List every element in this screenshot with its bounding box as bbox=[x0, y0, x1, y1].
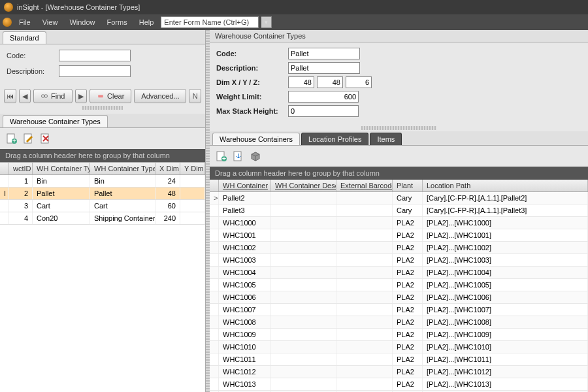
find-label: Find bbox=[51, 92, 65, 100]
d-dimy-input[interactable] bbox=[317, 76, 343, 88]
svg-text:+: + bbox=[222, 154, 226, 162]
advanced-button[interactable]: Advanced... bbox=[134, 89, 186, 103]
table-row[interactable]: 4Con20Shipping Container20'240 bbox=[0, 212, 205, 225]
titlebar: inSight - [Warehouse Container Types] bbox=[0, 0, 588, 14]
app-menu-icon[interactable] bbox=[3, 18, 12, 27]
table-row[interactable]: WHC1003PLA2[PLA2]...[WHC1003] bbox=[210, 254, 588, 267]
svg-point-0 bbox=[42, 95, 45, 98]
splitter-horizontal[interactable] bbox=[82, 106, 123, 110]
rcol-loc[interactable]: Location Path bbox=[423, 180, 588, 191]
d-dimx-input[interactable] bbox=[288, 76, 314, 88]
splitter-mid[interactable] bbox=[361, 126, 437, 130]
menu-file[interactable]: File bbox=[14, 16, 35, 28]
rcol-plant[interactable]: Plant bbox=[393, 180, 423, 191]
left-panel: Standard Code: Description: ⏮ ◀ Find ▶ C… bbox=[0, 30, 206, 392]
table-row[interactable]: WHC1004PLA2[PLA2]...[WHC1004] bbox=[210, 267, 588, 279]
group-by-bar-right[interactable]: Drag a column header here to group by th… bbox=[210, 167, 588, 180]
types-grid: wctID WH Container Type WH Container Typ… bbox=[0, 162, 205, 392]
form-search-placeholder: Enter Form Name (Ctrl+G) bbox=[164, 18, 249, 26]
d-code-label: Code: bbox=[216, 50, 288, 57]
table-row[interactable]: Pallet3Cary[Cary].[C-FP-R].[A.1.1].[Pall… bbox=[210, 204, 588, 217]
desc-input[interactable] bbox=[59, 65, 131, 77]
svg-point-1 bbox=[44, 95, 48, 98]
d-stack-label: Max Stack Height: bbox=[216, 107, 288, 115]
svg-rect-2 bbox=[98, 95, 103, 98]
window-title: inSight - [Warehouse Container Types] bbox=[17, 3, 140, 11]
d-stack-input[interactable] bbox=[288, 105, 359, 117]
d-desc-input[interactable] bbox=[288, 62, 360, 74]
import-icon[interactable] bbox=[232, 150, 245, 163]
table-row[interactable]: WHC1005PLA2[PLA2]...[WHC1005] bbox=[210, 279, 588, 291]
table-row[interactable]: WHC1013PLA2[PLA2]...[WHC1013] bbox=[210, 378, 588, 391]
eraser-icon bbox=[97, 92, 105, 100]
col-xdim[interactable]: X Dim bbox=[155, 163, 180, 174]
table-row[interactable]: WHC1007PLA2[PLA2]...[WHC1007] bbox=[210, 304, 588, 316]
clear-label: Clear bbox=[107, 92, 124, 100]
d-dim-label: Dim X / Y / Z: bbox=[216, 78, 288, 86]
table-row[interactable]: WHC1008PLA2[PLA2]...[WHC1008] bbox=[210, 316, 588, 329]
tab-warehouse-containers[interactable]: Warehouse Containers bbox=[212, 133, 300, 145]
d-dimz-input[interactable] bbox=[346, 76, 372, 88]
table-row[interactable]: WHC1006PLA2[PLA2]...[WHC1006] bbox=[210, 291, 588, 304]
group-by-bar-left[interactable]: Drag a column header here to group by th… bbox=[0, 149, 205, 162]
nav-more-button[interactable]: N bbox=[189, 89, 201, 103]
app-icon bbox=[4, 3, 13, 12]
new-record-icon[interactable]: + bbox=[5, 132, 18, 145]
desc-label: Description: bbox=[7, 67, 59, 75]
menu-forms[interactable]: Forms bbox=[103, 16, 132, 28]
menubar: File View Window Forms Help Enter Form N… bbox=[0, 14, 588, 30]
tab-container-types[interactable]: Warehouse Container Types bbox=[3, 115, 108, 127]
advanced-label: Advanced... bbox=[141, 92, 179, 100]
rcol-desc[interactable]: WH Container Desc bbox=[271, 180, 336, 191]
package-icon[interactable] bbox=[249, 150, 262, 163]
d-desc-label: Description: bbox=[216, 64, 288, 72]
delete-record-icon[interactable] bbox=[39, 132, 52, 145]
code-input[interactable] bbox=[59, 50, 131, 61]
table-row[interactable]: I2PalletPallet48 bbox=[0, 188, 205, 200]
col-wctid[interactable]: wctID bbox=[9, 163, 33, 174]
table-row[interactable]: WHC1000PLA2[PLA2]...[WHC1000] bbox=[210, 217, 588, 229]
table-row[interactable]: 3CartCart60 bbox=[0, 200, 205, 212]
table-row[interactable]: WHC1009PLA2[PLA2]...[WHC1009] bbox=[210, 329, 588, 341]
svg-rect-8 bbox=[41, 134, 48, 143]
binoculars-icon bbox=[41, 92, 48, 100]
nav-prev-button[interactable]: ◀ bbox=[19, 89, 31, 103]
containers-grid: WH Container WH Container Desc External … bbox=[210, 180, 588, 392]
table-row[interactable]: WHC1012PLA2[PLA2]...[WHC1012] bbox=[210, 366, 588, 378]
new-container-icon[interactable]: + bbox=[215, 150, 228, 163]
menu-window[interactable]: Window bbox=[65, 16, 99, 28]
table-row[interactable]: WHC1002PLA2[PLA2]...[WHC1002] bbox=[210, 242, 588, 254]
clear-button[interactable]: Clear bbox=[90, 89, 131, 103]
nav-next-button[interactable]: ▶ bbox=[75, 89, 88, 103]
tab-items[interactable]: Items bbox=[370, 133, 402, 145]
edit-record-icon[interactable] bbox=[22, 132, 35, 145]
nav-first-button[interactable]: ⏮ bbox=[4, 89, 16, 103]
table-row[interactable]: >Pallet2Cary[Cary].[C-FP-R].[A.1.1].[Pal… bbox=[210, 192, 588, 204]
d-code-input[interactable] bbox=[288, 48, 360, 59]
col-ydim[interactable]: Y Dim bbox=[180, 163, 205, 174]
col-type[interactable]: WH Container Type bbox=[33, 163, 90, 174]
d-weight-input[interactable] bbox=[288, 91, 359, 103]
chevron-down-icon: ▾ bbox=[265, 19, 268, 25]
right-panel: Warehouse Container Types Code: Descript… bbox=[210, 30, 588, 392]
table-row[interactable]: WHC1010PLA2[PLA2]...[WHC1010] bbox=[210, 341, 588, 353]
form-search-input[interactable]: Enter Form Name (Ctrl+G) bbox=[161, 16, 259, 28]
table-row[interactable]: 1BinBin24 bbox=[0, 175, 205, 188]
form-search-dropdown[interactable]: ▾ bbox=[261, 16, 272, 28]
table-row[interactable]: WHC1001PLA2[PLA2]...[WHC1001] bbox=[210, 229, 588, 242]
d-weight-label: Weight Limit: bbox=[216, 93, 288, 101]
menu-view[interactable]: View bbox=[38, 16, 63, 28]
find-button[interactable]: Find bbox=[33, 89, 72, 103]
rcol-marker[interactable] bbox=[210, 180, 219, 191]
code-label: Code: bbox=[7, 52, 59, 59]
rcol-barcode[interactable]: External Barcode bbox=[336, 180, 393, 191]
col-marker[interactable] bbox=[0, 163, 9, 174]
menu-help[interactable]: Help bbox=[135, 16, 159, 28]
detail-header: Warehouse Container Types bbox=[210, 30, 588, 42]
tab-standard[interactable]: Standard bbox=[3, 31, 46, 44]
col-desc[interactable]: WH Container Type Desc bbox=[90, 163, 155, 174]
rcol-wh[interactable]: WH Container bbox=[219, 180, 271, 191]
svg-text:+: + bbox=[12, 137, 16, 144]
tab-location-profiles[interactable]: Location Profiles bbox=[301, 133, 368, 145]
table-row[interactable]: WHC1011PLA2[PLA2]...[WHC1011] bbox=[210, 353, 588, 366]
